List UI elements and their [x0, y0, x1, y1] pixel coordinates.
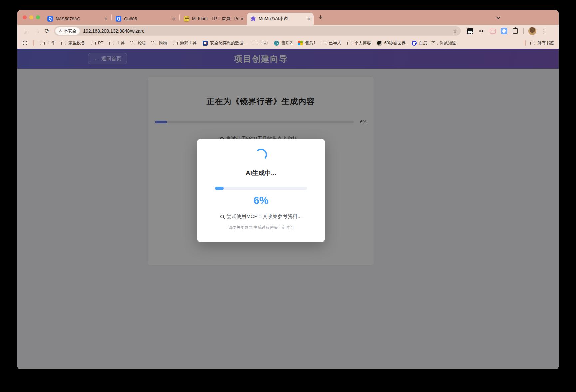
- folder-icon: [91, 42, 96, 45]
- window-zoom-button[interactable]: [36, 15, 40, 19]
- tab-close-icon[interactable]: ×: [171, 16, 176, 22]
- bookmark-label: 家里设备: [68, 40, 85, 46]
- teal-s-icon: [274, 41, 279, 46]
- chevron-down-icon: [496, 15, 500, 19]
- modal-progress-fill: [215, 187, 224, 190]
- window-close-button[interactable]: [23, 15, 27, 19]
- bookmark-folder-forum[interactable]: 论坛: [131, 40, 146, 46]
- tabs: NAS5878AC × Qu805 × M-Team - TP :: 首頁 - …: [44, 10, 323, 25]
- bookmark-label: 个人博客: [354, 40, 371, 46]
- tab-mumu-ai-novel-active[interactable]: MuMuのAI小说 ×: [247, 13, 314, 25]
- extensions-menu-button[interactable]: [512, 28, 519, 34]
- bookmark-star-icon[interactable]: ☆: [453, 28, 457, 34]
- bookmarks-separator: [33, 40, 34, 46]
- tab-strip: NAS5878AC × Qu805 × M-Team - TP :: 首頁 - …: [17, 10, 559, 25]
- qnap-q-icon: [47, 16, 53, 22]
- tab-search-button[interactable]: [493, 13, 502, 21]
- folder-icon: [109, 42, 114, 45]
- modal-title: AI生成中...: [215, 169, 307, 177]
- macos-desktop: NAS5878AC × Qu805 × M-Team - TP :: 首頁 - …: [0, 0, 576, 392]
- bookmark-60s-world[interactable]: 60秒看世界: [377, 40, 406, 46]
- tab-separator: [111, 14, 112, 20]
- bookmark-aftersale-2[interactable]: 售后2: [274, 40, 292, 46]
- bookmark-label: 工作: [47, 40, 55, 46]
- bookmark-label: 游戏工具: [180, 40, 197, 46]
- modal-progress-percent: 6%: [215, 195, 307, 207]
- binoculars-extension-icon[interactable]: [467, 28, 473, 34]
- ai-generating-modal: AI生成中... 6% 尝试使用MCP工具收集参考资料... 请勿关闭页面,生成…: [197, 139, 325, 242]
- browser-menu-icon[interactable]: ⋮: [541, 28, 547, 35]
- folder-icon: [173, 42, 178, 45]
- browser-window: NAS5878AC × Qu805 × M-Team - TP :: 首頁 - …: [17, 10, 559, 369]
- folder-icon: [131, 42, 135, 45]
- folder-icon: [347, 42, 352, 45]
- tab-close-icon[interactable]: ×: [103, 16, 108, 22]
- apps-grid-icon[interactable]: [23, 41, 27, 45]
- bookmark-label: 安全储存您的数据...: [210, 40, 247, 46]
- blue-app-icon: [501, 28, 507, 34]
- url-text[interactable]: 192.168.200.132:8848/wizard: [83, 28, 452, 34]
- bookmark-baidu[interactable]: 百度一下，你就知道: [412, 40, 456, 46]
- security-chip[interactable]: ⚠ 不安全: [55, 27, 80, 35]
- tab-close-icon[interactable]: ×: [306, 16, 311, 22]
- bookmarks-separator: [525, 40, 526, 46]
- security-label: 不安全: [64, 28, 77, 34]
- bookmark-aftersale-1[interactable]: 售后1: [298, 40, 316, 46]
- bookmark-folder-shopping[interactable]: 购物: [152, 40, 167, 46]
- modal-status-text: 尝试使用MCP工具收集参考资料...: [226, 213, 302, 220]
- browser-toolbar: ← → ⟳ ⚠ 不安全 192.168.200.132:8848/wizard …: [17, 25, 559, 37]
- all-bookmarks-label: 所有书签: [537, 40, 554, 46]
- scissors-extension-icon[interactable]: ✂: [478, 28, 485, 34]
- bookmark-folder-personal-blog[interactable]: 个人博客: [347, 40, 371, 46]
- blue-site-icon: [203, 41, 208, 46]
- bookmark-folder-home-devices[interactable]: 家里设备: [61, 40, 85, 46]
- baidu-paw-icon: [412, 41, 417, 46]
- mteam-icon: [184, 16, 189, 22]
- bookmark-folder-tools[interactable]: 工具: [109, 40, 125, 46]
- tab-title: MuMuのAI小说: [259, 16, 306, 22]
- bookmark-label: 60秒看世界: [384, 40, 406, 46]
- bookmark-folder-pt[interactable]: PT: [91, 41, 103, 45]
- address-bar[interactable]: ⚠ 不安全 192.168.200.132:8848/wizard ☆: [54, 26, 461, 36]
- window-minimize-button[interactable]: [29, 15, 33, 19]
- bookmark-folder-figures[interactable]: 手办: [253, 40, 268, 46]
- extension-icons: ✂ ⋮: [467, 27, 547, 35]
- modal-progress-track: [215, 187, 307, 190]
- new-tab-button[interactable]: +: [318, 14, 323, 21]
- bookmark-secure-storage[interactable]: 安全储存您的数据...: [203, 40, 247, 46]
- bookmark-folder-game-tools[interactable]: 游戏工具: [173, 40, 197, 46]
- tab-nas5878ac[interactable]: NAS5878AC ×: [44, 13, 111, 24]
- bookmark-folder-imported[interactable]: 已导入: [322, 40, 341, 46]
- page-viewport: ← 返回首页 项目创建向导 正在为《镜界行者》生成内容 6% 尝试使用MCP工具…: [17, 49, 559, 369]
- bookmark-label: 论坛: [138, 40, 146, 46]
- window-controls: [17, 15, 44, 19]
- bookmark-label: 售后2: [281, 40, 292, 46]
- warning-icon: ⚠: [59, 29, 62, 33]
- bookmark-folder-work[interactable]: 工作: [40, 40, 55, 46]
- loading-spinner-icon: [255, 149, 267, 161]
- tab-qu805[interactable]: Qu805 ×: [112, 13, 179, 24]
- bookmark-label: 已导入: [329, 40, 341, 46]
- bilibili-extension-icon[interactable]: [489, 28, 496, 34]
- bookmark-label: 工具: [116, 40, 125, 46]
- folder-icon: [322, 42, 326, 45]
- toolbar-separator: [523, 28, 524, 34]
- all-bookmarks-button[interactable]: 所有书签: [530, 40, 554, 46]
- forward-icon[interactable]: →: [32, 28, 42, 35]
- tab-title: NAS5878AC: [56, 16, 103, 21]
- tab-close-icon[interactable]: ×: [239, 16, 244, 22]
- blue-extension-icon[interactable]: [501, 28, 507, 34]
- all-bookmarks-area: 所有书签: [525, 40, 554, 46]
- profile-avatar[interactable]: [528, 27, 536, 35]
- bookmark-label: 百度一下，你就知道: [419, 40, 456, 46]
- reload-icon[interactable]: ⟳: [42, 27, 52, 35]
- folder-icon: [152, 42, 156, 45]
- folder-icon: [40, 42, 45, 45]
- puzzle-icon: [513, 28, 518, 34]
- qnap-q-icon: [116, 16, 121, 22]
- bookmark-label: PT: [98, 41, 103, 45]
- bookmark-label: 售后1: [305, 40, 316, 46]
- back-icon[interactable]: ←: [22, 28, 32, 35]
- folder-icon: [61, 42, 66, 45]
- tab-mteam[interactable]: M-Team - TP :: 首頁 - Powere ×: [180, 13, 247, 24]
